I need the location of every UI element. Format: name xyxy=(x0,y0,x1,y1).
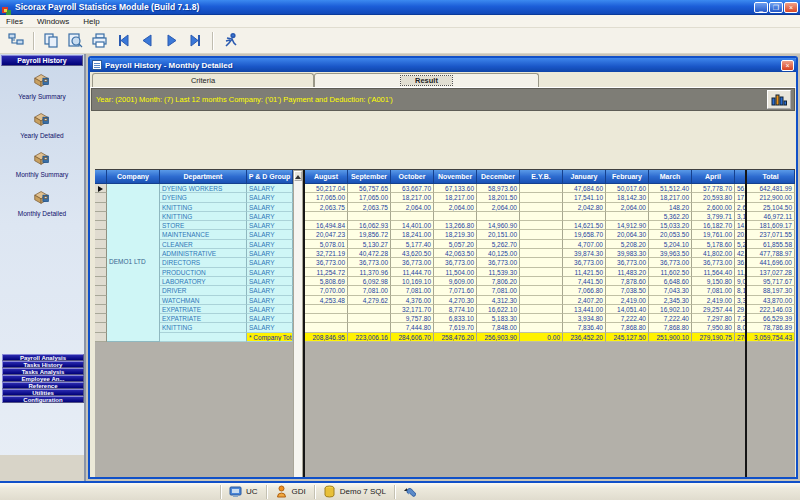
row-selector[interactable] xyxy=(95,193,107,202)
total-cell[interactable]: 642,481.99 xyxy=(747,184,795,193)
pd-group-cell[interactable]: SALARY xyxy=(247,268,293,277)
nav-first-icon[interactable] xyxy=(111,30,135,52)
value-cell[interactable] xyxy=(348,212,391,221)
pd-group-cell[interactable]: SALARY xyxy=(247,212,293,221)
value-cell[interactable]: 58,973.60 xyxy=(477,184,520,193)
value-cell[interactable]: 39,983.30 xyxy=(606,249,649,258)
department-cell[interactable]: DYEING xyxy=(160,193,247,202)
value-cell[interactable]: 5,808.69 xyxy=(305,277,348,286)
value-cell[interactable]: 56,2 xyxy=(735,184,745,193)
value-cell[interactable]: 16,494.84 xyxy=(305,221,348,230)
value-cell[interactable]: 2,345.30 xyxy=(649,296,692,305)
row-selector[interactable] xyxy=(95,249,107,258)
scroll-up-icon[interactable] xyxy=(294,171,302,181)
pd-group-cell[interactable]: SALARY xyxy=(247,323,293,332)
chart-button[interactable] xyxy=(767,90,791,109)
month-header[interactable]: E.Y.B. xyxy=(520,170,563,184)
row-selector[interactable] xyxy=(95,323,107,332)
row-selector[interactable] xyxy=(95,314,107,323)
row-selector[interactable] xyxy=(95,203,107,212)
value-cell[interactable]: 17,541.10 xyxy=(563,193,606,202)
value-cell[interactable] xyxy=(434,212,477,221)
value-cell[interactable]: 7,071.60 xyxy=(434,286,477,295)
copy-icon[interactable] xyxy=(39,30,63,52)
department-cell[interactable]: PRODUCTION xyxy=(160,268,247,277)
row-selector[interactable] xyxy=(95,286,107,295)
value-cell[interactable] xyxy=(348,314,391,323)
department-cell[interactable]: MAINTENANCE xyxy=(160,230,247,239)
sidebar-nav-tasks-analysis[interactable]: Tasks Analysis xyxy=(2,368,84,375)
department-cell[interactable]: WATCHMAN xyxy=(160,296,247,305)
value-cell[interactable]: 7,2 xyxy=(735,314,745,323)
value-cell[interactable]: 18,201.50 xyxy=(477,193,520,202)
value-cell[interactable]: 19,658.70 xyxy=(563,230,606,239)
value-cell[interactable]: 2,407.20 xyxy=(563,296,606,305)
value-cell[interactable]: 20,047.23 xyxy=(305,230,348,239)
value-cell[interactable]: 2,419.00 xyxy=(692,296,735,305)
pd-group-cell[interactable]: SALARY xyxy=(247,193,293,202)
value-cell[interactable]: 11,254.72 xyxy=(305,268,348,277)
value-cell[interactable]: 43,620.50 xyxy=(391,249,434,258)
value-cell[interactable]: 7,836.40 xyxy=(563,323,606,332)
department-cell[interactable]: ADMINISTRATIVE xyxy=(160,249,247,258)
value-cell[interactable] xyxy=(520,240,563,249)
value-cell[interactable]: 17,065.00 xyxy=(348,193,391,202)
value-cell[interactable]: 6,648.60 xyxy=(649,277,692,286)
value-cell[interactable]: 7,070.00 xyxy=(305,286,348,295)
row-selector[interactable] xyxy=(95,184,107,193)
month-header[interactable]: November xyxy=(434,170,477,184)
sidebar-header-payroll-history[interactable]: Payroll History xyxy=(1,55,83,66)
value-cell[interactable]: 56,757.65 xyxy=(348,184,391,193)
row-selector[interactable] xyxy=(95,212,107,221)
month-header[interactable]: September xyxy=(348,170,391,184)
value-cell[interactable]: 6,092.98 xyxy=(348,277,391,286)
value-cell[interactable]: 36,773.00 xyxy=(434,258,477,267)
total-cell[interactable]: 212,900.00 xyxy=(747,193,795,202)
month-header[interactable]: May xyxy=(735,170,745,184)
value-cell[interactable]: 148.20 xyxy=(649,203,692,212)
row-selector[interactable] xyxy=(95,277,107,286)
value-cell[interactable]: 40,125.00 xyxy=(477,249,520,258)
value-cell[interactable]: 18,142.30 xyxy=(606,193,649,202)
value-cell[interactable]: 7,619.70 xyxy=(434,323,477,332)
value-cell[interactable] xyxy=(520,203,563,212)
sidebar-nav-payroll-analysis[interactable]: Payroll Analysis xyxy=(2,354,84,361)
department-cell[interactable]: KNITTING xyxy=(160,212,247,221)
value-cell[interactable]: 5,262.70 xyxy=(477,240,520,249)
sidebar-item-monthly-summary[interactable]: Monthly Summary xyxy=(0,148,84,178)
value-cell[interactable]: 7,066.80 xyxy=(563,286,606,295)
value-cell[interactable]: 7,848.00 xyxy=(477,323,520,332)
value-cell[interactable]: 8,0 xyxy=(735,323,745,332)
tab-criteria[interactable]: Criteria xyxy=(92,73,314,87)
sidebar-nav-utilities[interactable]: Utilities xyxy=(2,389,84,396)
value-cell[interactable] xyxy=(520,314,563,323)
value-cell[interactable]: 32,721.19 xyxy=(305,249,348,258)
month-header[interactable]: April xyxy=(692,170,735,184)
value-cell[interactable] xyxy=(520,286,563,295)
pd-group-header[interactable]: P & D Group xyxy=(247,170,293,184)
value-cell[interactable]: 11,4 xyxy=(735,268,745,277)
value-cell[interactable]: 18,241.00 xyxy=(391,230,434,239)
nav-previous-icon[interactable] xyxy=(135,30,159,52)
value-cell[interactable]: 42,063.50 xyxy=(434,249,477,258)
hierarchy-icon[interactable] xyxy=(4,30,28,52)
taskbar-item-uc[interactable]: UC xyxy=(221,484,266,500)
child-close-icon[interactable]: × xyxy=(781,60,794,71)
value-cell[interactable]: 29,257.44 xyxy=(692,305,735,314)
value-cell[interactable]: 3,3 xyxy=(735,296,745,305)
value-cell[interactable]: 36,773.00 xyxy=(606,258,649,267)
total-cell[interactable]: 137,027.28 xyxy=(747,268,795,277)
menu-help[interactable]: Help xyxy=(83,17,99,26)
value-cell[interactable]: 7,878.60 xyxy=(606,277,649,286)
row-selector[interactable] xyxy=(95,305,107,314)
month-header[interactable]: December xyxy=(477,170,520,184)
row-selector[interactable] xyxy=(95,240,107,249)
value-cell[interactable] xyxy=(520,258,563,267)
month-header[interactable]: February xyxy=(606,170,649,184)
month-header[interactable]: January xyxy=(563,170,606,184)
value-cell[interactable]: 2,064.00 xyxy=(606,203,649,212)
taskbar-item-gdi[interactable]: GDI xyxy=(267,484,314,500)
value-cell[interactable]: 20,1 xyxy=(735,230,745,239)
value-cell[interactable]: 10,169.10 xyxy=(391,277,434,286)
department-cell[interactable]: KNITTING xyxy=(160,323,247,332)
